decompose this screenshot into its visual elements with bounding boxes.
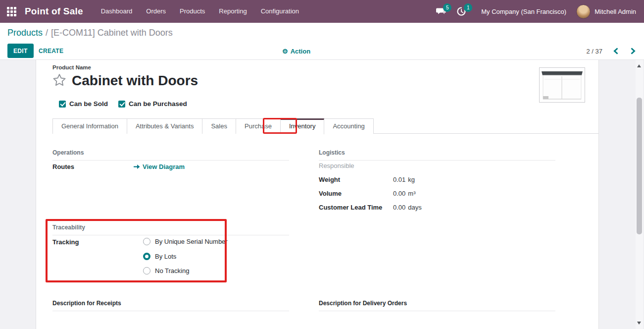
checkbox-checked-icon[interactable] <box>118 101 125 108</box>
create-button[interactable]: CREATE <box>39 44 63 58</box>
tracking-option-none[interactable]: No Tracking <box>143 267 189 274</box>
form-body: Product Name Cabinet with Doors Can be S… <box>0 60 644 329</box>
breadcrumb-products-link[interactable]: Products <box>7 28 43 38</box>
responsible-field[interactable]: Responsible <box>319 162 393 169</box>
page: Point of Sale Dashboard Orders Products … <box>0 0 644 329</box>
volume-value: 0.00m³ <box>393 190 415 197</box>
menu-configuration[interactable]: Configuration <box>254 0 306 23</box>
main-menu: Dashboard Orders Products Reporting Conf… <box>94 0 306 23</box>
radio-checked-icon[interactable] <box>143 253 150 260</box>
routes-label: Routes <box>52 163 133 170</box>
messages-icon[interactable]: 5 <box>436 6 446 16</box>
arrow-right-icon <box>133 164 140 169</box>
user-name: Mitchell Admin <box>594 8 636 15</box>
pager-next-button[interactable] <box>630 47 636 55</box>
action-label: Action <box>291 48 310 55</box>
can-be-sold-label: Can be Sold <box>69 100 108 108</box>
tracking-option-serial[interactable]: By Unique Serial Number <box>143 238 228 245</box>
volume-label: Volume <box>319 190 393 197</box>
navbar-right: 5 1 My Company (San Francisco) Mitchell … <box>436 4 636 19</box>
product-flags: Can be Sold Can be Purchased <box>59 100 187 108</box>
vertical-scrollbar[interactable] <box>636 60 643 329</box>
product-image[interactable] <box>539 67 585 103</box>
product-title: Cabinet with Doors <box>72 73 198 89</box>
menu-orders[interactable]: Orders <box>139 0 173 23</box>
breadcrumb-current: [E-COM11] Cabinet with Doors <box>51 28 173 38</box>
edit-button[interactable]: EDIT <box>7 44 34 58</box>
radio-unchecked-icon[interactable] <box>143 238 150 245</box>
volume-unit: m³ <box>408 190 415 197</box>
can-be-purchased-checkbox[interactable]: Can be Purchased <box>118 100 187 108</box>
weight-value: 0.01kg <box>393 176 415 183</box>
customer-lead-time-field: Customer Lead Time 0.00days <box>319 204 422 211</box>
activities-icon[interactable]: 1 <box>456 6 467 16</box>
cabinet-image <box>541 69 584 101</box>
app-name[interactable]: Point of Sale <box>25 6 83 17</box>
menu-dashboard[interactable]: Dashboard <box>94 0 140 23</box>
breadcrumb-separator: / <box>46 28 48 38</box>
user-avatar <box>576 4 591 19</box>
description-delivery-title: Description for Delivery Orders <box>319 300 555 311</box>
customer-lead-time-value: 0.00days <box>393 204 422 211</box>
weight-unit: kg <box>408 176 415 183</box>
description-receipts-title: Description for Receipts <box>52 300 289 311</box>
weight-field: Weight 0.01kg <box>319 176 415 183</box>
pager: 2 / 37 <box>586 43 636 59</box>
tab-inventory[interactable]: Inventory <box>281 118 324 134</box>
tracking-option-lots[interactable]: By Lots <box>143 253 176 260</box>
radio-unchecked-icon[interactable] <box>143 267 150 274</box>
customer-lead-time-label: Customer Lead Time <box>319 204 393 211</box>
checkbox-checked-icon[interactable] <box>59 101 66 108</box>
user-menu[interactable]: Mitchell Admin <box>576 4 636 19</box>
menu-reporting[interactable]: Reporting <box>212 0 253 23</box>
action-menu[interactable]: ⚙ Action <box>282 43 310 59</box>
responsible-label: Responsible <box>319 162 393 169</box>
control-panel: EDIT CREATE ⚙ Action 2 / 37 <box>0 43 644 60</box>
routes-field: Routes View Diagram <box>52 163 185 170</box>
chevron-left-icon <box>613 47 619 55</box>
form-sheet: Product Name Cabinet with Doors Can be S… <box>36 60 599 329</box>
tab-purchase[interactable]: Purchase <box>236 118 281 134</box>
lead-time-unit: days <box>408 204 421 211</box>
pager-previous-button[interactable] <box>613 47 619 55</box>
pager-count: 2 / 37 <box>586 48 602 55</box>
can-be-purchased-label: Can be Purchased <box>129 100 187 108</box>
chevron-right-icon <box>630 47 636 55</box>
gear-icon: ⚙ <box>282 48 288 55</box>
scroll-up-arrow-icon[interactable] <box>637 64 641 67</box>
traceability-section-title: Traceability <box>52 224 289 235</box>
operations-section-title: Operations <box>52 149 289 161</box>
tracking-label: Tracking <box>52 238 133 246</box>
view-diagram-link[interactable]: View Diagram <box>133 163 185 170</box>
activities-badge: 1 <box>464 3 472 12</box>
tab-general-information[interactable]: General Information <box>52 118 127 134</box>
scroll-down-arrow-icon[interactable] <box>637 322 641 325</box>
favorite-star-icon[interactable] <box>52 73 66 89</box>
apps-menu-icon[interactable] <box>7 7 16 16</box>
menu-products[interactable]: Products <box>173 0 212 23</box>
weight-label: Weight <box>319 176 393 183</box>
product-name-label: Product Name <box>52 64 91 70</box>
breadcrumb: Products / [E-COM11] Cabinet with Doors <box>0 23 644 43</box>
scrollbar-thumb[interactable] <box>637 98 642 234</box>
can-be-sold-checkbox[interactable]: Can be Sold <box>59 100 108 108</box>
tracking-field: Tracking <box>52 238 133 246</box>
tab-attributes-variants[interactable]: Attributes & Variants <box>127 118 203 134</box>
notebook-tabs: General Information Attributes & Variant… <box>52 118 598 134</box>
tab-sales[interactable]: Sales <box>202 118 236 134</box>
top-navbar: Point of Sale Dashboard Orders Products … <box>0 0 644 23</box>
tab-accounting[interactable]: Accounting <box>324 118 373 134</box>
logistics-section-title: Logistics <box>319 149 555 161</box>
messages-badge: 5 <box>443 3 451 12</box>
volume-field: Volume 0.00m³ <box>319 190 415 197</box>
company-switcher[interactable]: My Company (San Francisco) <box>481 8 566 15</box>
